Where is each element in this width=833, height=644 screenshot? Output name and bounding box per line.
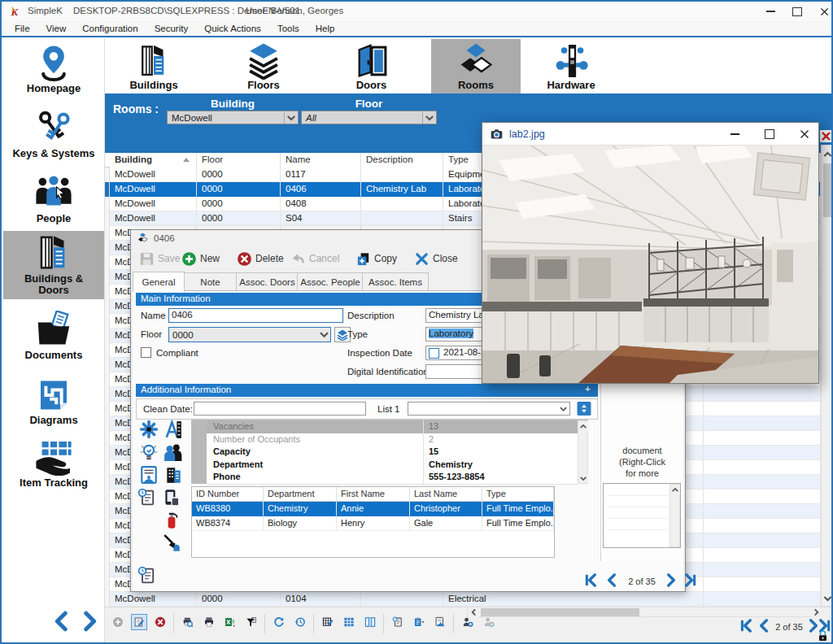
- print-icon[interactable]: [201, 614, 217, 630]
- clean-date-field[interactable]: [194, 402, 366, 416]
- name-field[interactable]: 0406: [168, 308, 343, 323]
- last-record-icon[interactable]: [683, 572, 698, 588]
- scroll-up-icon[interactable]: [670, 485, 680, 494]
- menu-view[interactable]: View: [38, 24, 75, 33]
- titlebar[interactable]: K SimpleK DESKTOP-2RBS8CD\SQLEXPRESS : D…: [2, 2, 831, 21]
- fire-extinguisher-icon[interactable]: [162, 511, 181, 530]
- scroll-up-icon[interactable]: [578, 422, 588, 431]
- menu-file[interactable]: File: [7, 24, 38, 33]
- refresh-icon[interactable]: [271, 614, 287, 630]
- column-header-floor[interactable]: Floor: [197, 153, 281, 168]
- new-button[interactable]: New: [181, 250, 220, 268]
- scroll-down-icon[interactable]: [822, 593, 833, 604]
- grid-edit-icon[interactable]: [320, 614, 336, 630]
- people-column-department[interactable]: Department: [264, 487, 337, 502]
- doc-time-icon[interactable]: [390, 614, 406, 630]
- photo-maximize-button[interactable]: [757, 126, 782, 142]
- save-button[interactable]: Save: [139, 250, 180, 268]
- lightbulb-icon[interactable]: [139, 442, 159, 462]
- property-row[interactable]: Capacity15: [207, 446, 578, 459]
- people-row[interactable]: WB8374BiologyHenryGaleFull Time Emplo...: [192, 516, 554, 531]
- people-column-first-name[interactable]: First Name: [337, 487, 410, 502]
- doc-time-icon[interactable]: [137, 488, 157, 507]
- occupants-icon[interactable]: [164, 442, 183, 462]
- scroll-down-icon[interactable]: [578, 474, 588, 483]
- property-row[interactable]: Vacancies13: [207, 420, 578, 434]
- column-header-description[interactable]: Description: [361, 153, 443, 168]
- maximize-button[interactable]: [785, 3, 809, 20]
- people-column-id-number[interactable]: ID Number: [192, 487, 264, 502]
- people-column-type[interactable]: Type: [482, 487, 554, 502]
- table-hscrollbar[interactable]: [467, 607, 822, 617]
- table-vscrollbar[interactable]: [821, 145, 833, 607]
- delete-icon[interactable]: [152, 614, 168, 630]
- report-icon[interactable]: [139, 465, 159, 485]
- next-record-icon[interactable]: [663, 572, 678, 588]
- sidebar-prev-icon[interactable]: [50, 610, 73, 633]
- scroll-up-icon[interactable]: [822, 149, 833, 160]
- people-row[interactable]: WB8380ChemistryAnnieChristopherFull Time…: [192, 502, 554, 516]
- expand-section-button[interactable]: +: [585, 384, 591, 394]
- lock-icon[interactable]: [817, 629, 829, 642]
- device-icon[interactable]: [162, 488, 181, 507]
- column-header-building[interactable]: Building: [110, 153, 197, 168]
- sort-list-button[interactable]: [576, 402, 592, 416]
- property-row[interactable]: Number of Occupants2: [207, 433, 578, 447]
- sidebar-item-item-tracking[interactable]: Item Tracking: [3, 433, 104, 492]
- excel-icon[interactable]: [222, 614, 238, 630]
- documents-scrollbar[interactable]: [669, 484, 680, 547]
- photo-titlebar[interactable]: lab2.jpg: [482, 123, 818, 146]
- doc-time-icon[interactable]: [137, 566, 157, 585]
- close-button[interactable]: Close: [414, 250, 458, 268]
- history-icon[interactable]: [292, 614, 308, 630]
- floor-combobox[interactable]: 0000: [168, 327, 331, 342]
- vscroll-thumb[interactable]: [823, 163, 832, 217]
- add-icon[interactable]: [110, 614, 126, 630]
- asterisk-icon[interactable]: [139, 420, 159, 439]
- tab-note[interactable]: Note: [183, 272, 238, 292]
- grid-view-icon[interactable]: [341, 614, 357, 630]
- list1-dropdown[interactable]: [408, 402, 570, 416]
- print-preview-icon[interactable]: [180, 614, 196, 630]
- clipboard-icon[interactable]: [411, 614, 427, 630]
- menu-configuration[interactable]: Configuration: [74, 24, 146, 33]
- documents-listbox[interactable]: [603, 483, 681, 548]
- ruler-icon[interactable]: [164, 420, 183, 439]
- doc-construction-icon[interactable]: [432, 614, 448, 630]
- top-nav-buildings[interactable]: Buildings: [113, 39, 194, 94]
- first-record-icon[interactable]: [739, 618, 754, 633]
- top-nav-hardware[interactable]: Hardware: [530, 39, 612, 94]
- tab-general[interactable]: General: [133, 272, 185, 293]
- filter-icon[interactable]: [243, 614, 259, 630]
- menu-help[interactable]: Help: [307, 24, 343, 33]
- people-column-last-name[interactable]: Last Name: [410, 487, 482, 502]
- tab-assoc-items[interactable]: Assoc. Items: [362, 272, 429, 292]
- property-row[interactable]: DepartmentChemistry: [207, 459, 578, 472]
- sidebar-item-documents[interactable]: Documents: [3, 306, 104, 364]
- scroll-right-icon[interactable]: [811, 607, 822, 617]
- floor-filter-dropdown[interactable]: All: [301, 111, 437, 124]
- close-panel-icon[interactable]: [820, 130, 832, 142]
- minimize-button[interactable]: [758, 3, 783, 20]
- building-filter-dropdown[interactable]: McDowell: [167, 111, 299, 124]
- tab-assoc-doors[interactable]: Assoc. Doors: [236, 272, 299, 292]
- menu-security[interactable]: Security: [146, 24, 197, 33]
- top-nav-floors[interactable]: Floors: [223, 39, 304, 94]
- compliant-checkbox[interactable]: [141, 347, 151, 358]
- close-button[interactable]: [812, 3, 833, 20]
- inspection-date-checkbox[interactable]: [429, 348, 439, 359]
- cancel-button[interactable]: Cancel: [290, 250, 339, 268]
- column-header-name[interactable]: Name: [281, 153, 361, 168]
- hscroll-thumb[interactable]: [481, 608, 639, 616]
- table-row[interactable]: McDowell00000104Electrical: [105, 592, 821, 607]
- menu-quick-actions[interactable]: Quick Actions: [196, 24, 269, 33]
- copy-button[interactable]: Copy: [355, 250, 397, 268]
- sidebar-item-buildings-doors[interactable]: Buildings & Doors: [3, 231, 104, 299]
- photo-minimize-button[interactable]: [722, 126, 747, 142]
- cleaning-icon[interactable]: [162, 533, 181, 553]
- sidebar-item-diagrams[interactable]: Diagrams: [3, 369, 104, 429]
- tab-assoc-people[interactable]: Assoc. People: [297, 272, 364, 292]
- previous-record-icon[interactable]: [757, 618, 772, 633]
- edit-icon[interactable]: [131, 614, 147, 630]
- scroll-left-icon[interactable]: [469, 607, 479, 617]
